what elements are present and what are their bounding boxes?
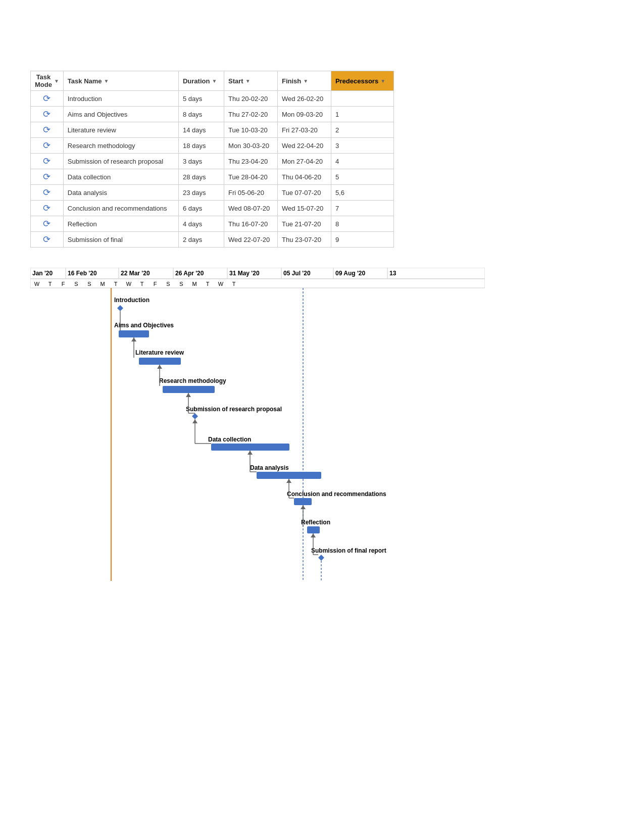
gantt-svg: Jan '20 16 Feb '20 22 Mar '20 26 Apr '20… xyxy=(30,268,485,581)
month-feb: 16 Feb '20 xyxy=(68,270,97,277)
duration-cell-0: 5 days xyxy=(178,91,224,107)
svg-text:W: W xyxy=(126,281,132,287)
start-cell-3: Mon 30-03-20 xyxy=(224,138,278,154)
mode-cell-0: ⟳ xyxy=(31,91,64,107)
bar-literature xyxy=(139,358,181,365)
bar-conclusion xyxy=(294,498,312,505)
svg-text:W: W xyxy=(34,281,40,287)
bar-dataanalysis xyxy=(257,472,321,479)
month-aug: 09 Aug '20 xyxy=(335,270,365,277)
predecessors-cell-2: 2 xyxy=(331,122,393,138)
start-cell-7: Wed 08-07-20 xyxy=(224,201,278,216)
task-name-cell-9: Submission of final xyxy=(63,232,178,248)
sort-arrow-duration: ▼ xyxy=(212,78,217,84)
start-cell-8: Thu 16-07-20 xyxy=(224,216,278,232)
duration-cell-6: 23 days xyxy=(178,185,224,201)
col-label-mode: TaskMode xyxy=(35,73,52,88)
milestone-finalreport xyxy=(318,555,324,561)
start-cell-4: Thu 23-04-20 xyxy=(224,154,278,169)
table-row: ⟳Aims and Objectives8 daysThu 27-02-20Mo… xyxy=(31,107,394,122)
table-row: ⟳Literature review14 daysTue 10-03-20Fri… xyxy=(31,122,394,138)
sort-arrow-mode: ▼ xyxy=(54,78,59,84)
gantt-table: TaskMode ▼ Task Name ▼ Duration ▼ xyxy=(30,71,394,248)
predecessors-cell-9: 9 xyxy=(331,232,393,248)
svg-text:M: M xyxy=(100,281,105,287)
month-mar: 22 Mar '20 xyxy=(121,270,150,277)
col-label-duration: Duration xyxy=(183,77,210,85)
table-row: ⟳Research methodology18 daysMon 30-03-20… xyxy=(31,138,394,154)
task-icon: ⟳ xyxy=(43,140,51,151)
start-cell-1: Thu 27-02-20 xyxy=(224,107,278,122)
svg-text:T: T xyxy=(114,281,118,287)
mode-cell-5: ⟳ xyxy=(31,169,64,185)
col-label-predecessors: Predecessors xyxy=(335,77,378,85)
sort-arrow-name: ▼ xyxy=(104,78,109,84)
bar-aims xyxy=(119,330,149,337)
col-header-mode[interactable]: TaskMode ▼ xyxy=(31,71,64,91)
table-row: ⟳Data analysis23 daysFri 05-06-20Tue 07-… xyxy=(31,185,394,201)
table-row: ⟳Data collection28 daysTue 28-04-20Thu 0… xyxy=(31,169,394,185)
svg-text:F: F xyxy=(62,281,65,287)
mode-cell-4: ⟳ xyxy=(31,154,64,169)
sort-arrow-finish: ▼ xyxy=(303,78,308,84)
duration-cell-3: 18 days xyxy=(178,138,224,154)
task-icon: ⟳ xyxy=(43,124,51,135)
predecessors-cell-5: 5 xyxy=(331,169,393,185)
col-header-predecessors[interactable]: Predecessors ▼ xyxy=(331,71,393,91)
task-label-finalreport: Submission of final report xyxy=(311,547,386,554)
gantt-table-container: TaskMode ▼ Task Name ▼ Duration ▼ xyxy=(30,71,614,248)
mode-cell-9: ⟳ xyxy=(31,232,64,248)
finish-cell-4: Mon 27-04-20 xyxy=(277,154,331,169)
predecessors-cell-4: 4 xyxy=(331,154,393,169)
col-label-start: Start xyxy=(228,77,243,85)
milestone-introduction xyxy=(117,305,123,311)
task-icon: ⟳ xyxy=(43,109,51,120)
svg-rect-8 xyxy=(30,279,485,288)
task-name-cell-1: Aims and Objectives xyxy=(63,107,178,122)
start-cell-9: Wed 22-07-20 xyxy=(224,232,278,248)
task-name-cell-3: Research methodology xyxy=(63,138,178,154)
predecessors-cell-7: 7 xyxy=(331,201,393,216)
start-cell-2: Tue 10-03-20 xyxy=(224,122,278,138)
task-name-cell-5: Data collection xyxy=(63,169,178,185)
task-label-reflection: Reflection xyxy=(301,519,330,526)
col-label-finish: Finish xyxy=(282,77,301,85)
task-icon: ⟳ xyxy=(43,234,51,245)
task-name-cell-2: Literature review xyxy=(63,122,178,138)
col-header-duration[interactable]: Duration ▼ xyxy=(178,71,224,91)
mode-cell-1: ⟳ xyxy=(31,107,64,122)
task-icon: ⟳ xyxy=(43,93,51,104)
duration-cell-5: 28 days xyxy=(178,169,224,185)
finish-cell-6: Tue 07-07-20 xyxy=(277,185,331,201)
month-jul: 05 Jul '20 xyxy=(283,270,311,277)
col-header-finish[interactable]: Finish ▼ xyxy=(277,71,331,91)
svg-text:T: T xyxy=(48,281,52,287)
month-apr: 26 Apr '20 xyxy=(175,270,204,277)
col-label-name: Task Name xyxy=(68,77,102,85)
bar-methodology xyxy=(163,386,215,393)
task-name-cell-0: Introduction xyxy=(63,91,178,107)
col-header-name[interactable]: Task Name ▼ xyxy=(63,71,178,91)
svg-text:T: T xyxy=(206,281,210,287)
mode-cell-8: ⟳ xyxy=(31,216,64,232)
task-name-cell-4: Submission of research proposal xyxy=(63,154,178,169)
svg-text:M: M xyxy=(192,281,196,287)
predecessors-cell-8: 8 xyxy=(331,216,393,232)
duration-cell-9: 2 days xyxy=(178,232,224,248)
mode-cell-3: ⟳ xyxy=(31,138,64,154)
table-row: ⟳Submission of final2 daysWed 22-07-20Th… xyxy=(31,232,394,248)
gantt-svg-container: Jan '20 16 Feb '20 22 Mar '20 26 Apr '20… xyxy=(30,268,614,582)
table-row: ⟳Reflection4 daysThu 16-07-20Tue 21-07-2… xyxy=(31,216,394,232)
mode-cell-2: ⟳ xyxy=(31,122,64,138)
finish-cell-5: Thu 04-06-20 xyxy=(277,169,331,185)
duration-cell-1: 8 days xyxy=(178,107,224,122)
predecessors-cell-3: 3 xyxy=(331,138,393,154)
sort-arrow-predecessors: ▼ xyxy=(380,78,385,84)
svg-text:F: F xyxy=(154,281,157,287)
table-row: ⟳Conclusion and recommendations6 daysWed… xyxy=(31,201,394,216)
task-icon: ⟳ xyxy=(43,171,51,182)
col-header-start[interactable]: Start ▼ xyxy=(224,71,278,91)
svg-text:S: S xyxy=(166,281,170,287)
month-may: 31 May '20 xyxy=(229,270,260,277)
finish-cell-0: Wed 26-02-20 xyxy=(277,91,331,107)
